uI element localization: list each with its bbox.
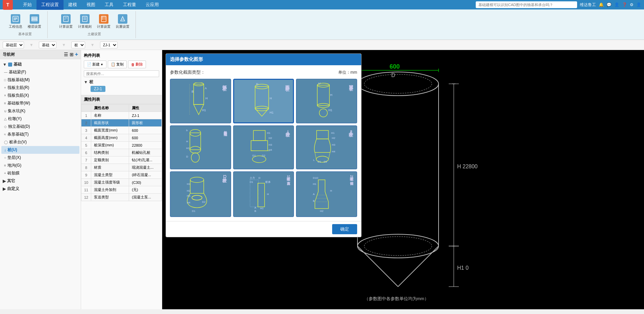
prop-name-cell: 泵送类型: [91, 194, 129, 201]
prop-value-cell: (碎石混凝...: [129, 171, 162, 179]
svg-rect-3: [14, 20, 16, 20]
dialog-header-row: 参数化截面类型： 单位：mm: [170, 69, 357, 75]
svg-text:H2: H2: [187, 189, 191, 192]
shape-2-label: 圆形桩: [284, 82, 290, 84]
shape-card-3[interactable]: 球冠形桩 D H H1: [296, 79, 357, 123]
svg-text:H1: H1: [313, 183, 317, 186]
nav-item-raft-rebar[interactable]: + 筏板主筋(R): [1, 84, 79, 92]
nav-item-raft-neg-rebar[interactable]: × 筏板负筋(X): [1, 92, 79, 99]
type1-dropdown[interactable]: 基础: [39, 42, 56, 48]
delete-btn[interactable]: 🗑 删除: [128, 61, 146, 68]
nav-item-pile-cap[interactable]: ◯ 桩承台(V): [1, 138, 79, 146]
copy-label: 复制: [116, 62, 124, 67]
prop-num-cell: 10: [81, 179, 91, 186]
svg-text:H1: H1: [270, 111, 274, 114]
copy-btn[interactable]: 📋 复制: [108, 61, 127, 68]
prop-value-cell[interactable]: 圆形桩: [129, 119, 162, 127]
nav-item-raft-foundation[interactable]: □ 筏板基础(M): [1, 76, 79, 84]
tab-view[interactable]: 视图: [82, 0, 100, 10]
dialog: 选择参数化图形 参数化截面类型： 单位：mm 矩形桩: [166, 53, 362, 237]
confirm-button[interactable]: 确定: [332, 224, 357, 234]
prop-num-cell: 12: [81, 194, 91, 201]
tab-start[interactable]: 开始: [18, 0, 36, 10]
svg-text:D1: D1: [252, 154, 256, 157]
ribbon-btn-calc-settings2[interactable]: 计算设置: [95, 13, 113, 30]
svg-text:H: H: [186, 140, 188, 143]
svg-rect-5: [32, 18, 37, 19]
shapes-grid: 矩形桩 A B H H1: [170, 79, 357, 217]
tab-modeling[interactable]: 建模: [64, 0, 82, 10]
dropdown-separator3: ▼: [91, 43, 95, 47]
pile-tree-section[interactable]: ▼ 桩: [84, 78, 159, 86]
help-icon[interactable]: ❓: [622, 2, 627, 7]
nav-section-foundation-label: 基础: [14, 62, 22, 67]
ribbon-btn-calc-settings[interactable]: ±÷ 计算设置: [57, 13, 75, 30]
prop-num-cell: 8: [81, 164, 91, 171]
svg-text:H2: H2: [332, 137, 336, 140]
calc-icon: ±÷: [61, 14, 71, 24]
bell-icon[interactable]: 🔔: [599, 2, 604, 7]
nav-item-pile[interactable]: ↓ 桩(U): [1, 146, 79, 154]
table-row: 10 混凝土强度等级 (C30): [81, 179, 162, 186]
tab-cloud[interactable]: 云应用: [141, 0, 164, 10]
nav-section-other[interactable]: ▶ 其它: [1, 177, 79, 185]
nav-item-column-pier[interactable]: △ 柱墩(Y): [1, 115, 79, 123]
ribbon-btn-project-info[interactable]: 工程信息: [7, 13, 24, 30]
id-dropdown[interactable]: ZJ-1: [100, 42, 118, 48]
user-icon[interactable]: 👤: [636, 2, 641, 7]
nav-item-isolated-foundation[interactable]: ◇ 独立基础(D): [1, 123, 79, 130]
nav-view-btn2[interactable]: ⊞: [70, 51, 74, 57]
nav-item-brick-form[interactable]: + 砖胎膜: [1, 169, 79, 177]
person-icon[interactable]: 👤: [614, 2, 619, 7]
nav-item-ditch[interactable]: ≡ 地沟(G): [1, 162, 79, 169]
prop-value-cell: 600: [129, 134, 162, 142]
ribbon-btn-calc-rules[interactable]: 计算规则: [76, 13, 94, 30]
nav-item-foundation-strip[interactable]: ≡ 基础板带(W): [1, 99, 79, 107]
shape-card-4[interactable]: 长圆柱桩球冠底 H H1 D b: [170, 125, 231, 169]
brick-icon: +: [4, 171, 6, 175]
chat-icon[interactable]: 💬: [606, 2, 612, 7]
shape-6-svg: H1 H2 H3 H4 L D1 D2: [312, 129, 342, 166]
shape-card-8[interactable]: 扩壁桩1(直面) 土方 D1 D 桩体 H: [233, 171, 294, 217]
tab-quantity[interactable]: 工程量: [118, 0, 141, 10]
nav-item-sump[interactable]: ∪ 集水坑(K): [1, 107, 79, 115]
nav-section-custom[interactable]: ▶ 自定义: [1, 185, 79, 193]
prop-value-cell: 22800: [129, 142, 162, 149]
layer-dropdown[interactable]: 基础层: [3, 42, 24, 48]
svg-rect-52: [251, 141, 268, 151]
settings-icon[interactable]: ⚙: [630, 2, 634, 7]
component-search[interactable]: [84, 70, 159, 77]
search-input[interactable]: [476, 1, 577, 8]
svg-text:H3: H3: [269, 143, 272, 146]
nav-item-strip-foundation[interactable]: ≈ 条形基础(T): [1, 130, 79, 138]
shape-card-7[interactable]: 井桩ΩI H1 H2 H3 H4: [170, 171, 231, 217]
shape-card-5[interactable]: 井桩Ⅰ H1 H2 H3 H4: [233, 125, 294, 169]
new-btn[interactable]: 📄 新建 ▼: [84, 61, 106, 68]
shape-6-label: 井桩Ⅱ: [348, 128, 354, 135]
svg-text:D: D: [256, 82, 258, 86]
nav-item-cushion[interactable]: ○ 垫层(X): [1, 154, 79, 162]
zj1-badge[interactable]: ZJ-1: [91, 86, 105, 92]
tab-tools[interactable]: 工具: [100, 0, 118, 10]
nav-section-foundation[interactable]: ▼ 基础: [1, 61, 79, 68]
svg-point-46: [191, 153, 199, 162]
shape-card-9[interactable]: 扩壁桩2(锥面) D1D H1 H: [296, 171, 357, 217]
ribbon-btn-weight-settings[interactable]: 比重设置: [114, 13, 131, 30]
component-item-zj1[interactable]: ZJ-1: [84, 86, 159, 92]
isolated-icon: ◇: [4, 125, 7, 128]
add-icon[interactable]: +: [75, 51, 78, 57]
svg-rect-87: [250, 180, 258, 207]
center-panel: 构件列表 📄 新建 ▼ 📋 复制 🗑 删除 ▼: [81, 50, 162, 309]
table-row: 1 名称 ZJ-1: [81, 112, 162, 119]
tab-project-settings[interactable]: 工程设置: [36, 0, 64, 10]
shape-card-6[interactable]: 井桩Ⅱ H1 H2 H3 H4: [296, 125, 357, 169]
app-logo: T: [3, 0, 13, 10]
shape-1-svg: A B H H1: [183, 82, 217, 120]
ribbon-btn-floor-settings[interactable]: 楼层设置: [26, 13, 43, 30]
shape-card-2[interactable]: 圆形桩 D H: [233, 79, 294, 123]
prop-name-cell: 混凝土强度等级: [91, 179, 129, 186]
shape-card-1[interactable]: 矩形桩 A B H H1: [170, 79, 231, 123]
nav-view-btn1[interactable]: ☰: [64, 51, 68, 57]
nav-item-foundation-beam[interactable]: — 基础梁(F): [1, 68, 79, 76]
type2-dropdown[interactable]: 桩: [71, 42, 85, 48]
